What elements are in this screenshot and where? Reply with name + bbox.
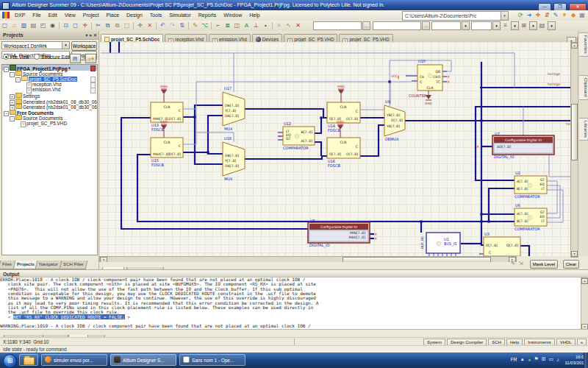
address-input[interactable]: C:\Users\Altium-2\Documents\Prc — [402, 11, 501, 21]
tree-item-3[interactable]: Vreception.Vhd — [2, 82, 97, 88]
tree-item-7[interactable]: +Generated (nb2dsk01_08_db30_06 — [2, 104, 97, 110]
delete-icon[interactable]: ✕ — [293, 21, 303, 30]
schematic-canvas[interactable]: CLRCMIN[7..0]D[7..0]U13FDSCBCLRCMAX[7..0… — [99, 42, 570, 256]
edit-icon[interactable]: ✎ — [551, 11, 560, 19]
annotate-icon[interactable]: ✎ — [509, 260, 517, 267]
workspace-dropdown-icon[interactable]: ▾ — [62, 42, 69, 49]
side-tab-libraries[interactable]: Libraries — [579, 118, 588, 141]
grid-menu-button-drop[interactable]: ▾ — [529, 21, 537, 30]
wire[interactable] — [245, 109, 327, 118]
wire[interactable] — [183, 116, 223, 152]
zoom-fit-icon[interactable]: ⊡ — [61, 21, 71, 30]
network-status-icon[interactable]: ● — [528, 357, 531, 362]
align-menu-button[interactable]: ≡ — [501, 21, 510, 30]
copy-icon[interactable]: ⧉ — [103, 21, 112, 30]
start-button[interactable]: ⊞ — [3, 354, 17, 368]
workspace-combo[interactable]: Workspace1.DsnWrk▾ — [1, 41, 70, 49]
windows-update-icon[interactable]: ⊞ — [542, 356, 546, 362]
help-cursor-icon[interactable]: ➴ — [284, 21, 293, 30]
folder-menu-button[interactable]: ▱▾ — [85, 54, 96, 63]
close-button[interactable]: ✕ — [569, 3, 587, 10]
tree-item-4[interactable]: Vemission.Vhd — [2, 87, 97, 93]
tree-item-6[interactable]: +Generated (nb2dsk01_08_db30_06 — [2, 99, 97, 105]
units-menu-button-drop[interactable]: ▾ — [548, 21, 556, 30]
browse-forward-icon[interactable]: ➜ — [525, 11, 534, 19]
menu-place[interactable]: Place — [103, 10, 123, 20]
projects-tree[interactable]: -FPGA_Project1.PrjFpg *-Source Documents… — [1, 64, 98, 255]
scroll-up-icon[interactable]: ▴ — [571, 43, 578, 49]
title-bar[interactable]: Altium Designer Summer 09 - C:\Users\Alt… — [0, 0, 588, 10]
wire-tool-icon[interactable]: ⌐ — [213, 21, 223, 30]
wire[interactable] — [547, 185, 560, 218]
tree-item-1[interactable]: -Source Documents — [2, 71, 97, 77]
address-dropdown-icon[interactable]: ▾ — [501, 11, 509, 21]
wire[interactable] — [208, 152, 223, 154]
structure-editor-radio[interactable] — [34, 54, 40, 60]
minimize-button[interactable]: — — [538, 3, 551, 10]
tree-item-2[interactable]: -projet_SC_P5.SchDoc — [2, 76, 97, 82]
add-icon[interactable]: ✚ — [534, 11, 542, 19]
wire[interactable] — [481, 62, 484, 245]
refresh-icon[interactable]: ⟳ — [516, 11, 525, 19]
pin-icon[interactable]: ⌖ — [90, 33, 92, 38]
save-icon[interactable]: ▥ — [19, 21, 29, 30]
wire[interactable] — [245, 156, 327, 159]
wire[interactable] — [360, 125, 384, 156]
taskbar-button-writer[interactable]: Sans nom 1 - Ope... — [179, 354, 245, 366]
side-tab-favorites[interactable]: Favorites — [579, 32, 588, 57]
panel-tab-sch-filter[interactable]: SCH Filter — [60, 261, 87, 269]
grid-toggle-icon[interactable]: ⌗ — [274, 21, 284, 30]
menu-file[interactable]: File — [29, 10, 44, 20]
mask-level-button[interactable]: Mask Level — [530, 260, 558, 269]
menu-edit[interactable]: Edit — [45, 10, 61, 20]
favorites-icon[interactable]: ◆ — [569, 11, 578, 19]
flag-icon[interactable]: ⚑ — [534, 356, 538, 362]
maximize-button[interactable]: ❐ — [553, 3, 567, 10]
toolbar-combo-0[interactable] — [313, 21, 362, 30]
download-icon[interactable]: ▼ — [560, 11, 569, 19]
volume-icon[interactable]: ♪ — [556, 357, 559, 362]
wire[interactable] — [547, 190, 563, 222]
dxp-icon[interactable] — [2, 12, 10, 18]
wire[interactable] — [489, 188, 514, 222]
menu-dxp[interactable]: DXP — [11, 10, 29, 20]
menu-help[interactable]: Help — [245, 10, 263, 20]
toolbar-small-combo-1[interactable] — [471, 21, 492, 30]
projects-panel-header[interactable]: Projects▾⌖✕ — [0, 31, 98, 40]
wire[interactable] — [315, 142, 321, 156]
wire[interactable] — [520, 246, 529, 256]
net-label-icon[interactable]: A — [242, 21, 251, 30]
print-preview-icon[interactable]: ◰ — [38, 21, 48, 30]
tree-item-10[interactable]: Vprojet_SC_P5.VHD — [2, 121, 97, 127]
toolbar-small-drop-0[interactable]: ▾ — [462, 21, 470, 30]
workspace-button[interactable]: Workspace — [71, 41, 97, 51]
taskbar-button-firefox[interactable]: simuler envoi por... — [41, 354, 107, 366]
scroll-down-icon[interactable]: ▾ — [571, 251, 578, 257]
output-console[interactable]: ERROR:Place:1018 - A clock IOB / clock c… — [0, 277, 588, 329]
redo-icon[interactable]: ↷ — [168, 21, 177, 30]
menu-reports[interactable]: Reports — [195, 10, 220, 20]
explorer-taskbar-button[interactable] — [19, 354, 38, 366]
panel-tab-projects[interactable]: Projects — [12, 261, 37, 269]
new-document-icon[interactable]: ▢ — [0, 21, 10, 30]
chevron-down-icon[interactable]: ▾ — [86, 33, 88, 38]
toolbar-ellipsis-button-1[interactable]: … — [422, 21, 430, 30]
toolbar-ellipsis-button-0[interactable]: … — [362, 21, 370, 30]
menu-design[interactable]: Design — [123, 10, 146, 20]
units-menu-button[interactable]: ▤ — [537, 21, 547, 30]
paste-icon[interactable]: ⧉ — [112, 21, 122, 30]
tree-item-9[interactable]: -Source Documents — [2, 115, 97, 121]
tree-item-8[interactable]: -Free Documents — [2, 110, 97, 116]
display-icon[interactable]: ▭ — [549, 356, 554, 362]
jump-icon[interactable]: ⇲ — [517, 260, 525, 267]
cross-probe-icon[interactable]: ✛ — [80, 21, 90, 30]
move-icon[interactable]: ✛ — [135, 21, 145, 30]
sheet-icon-button[interactable]: ▤ — [70, 54, 81, 63]
menu-tools[interactable]: Tools — [146, 10, 165, 20]
output-panel-header[interactable]: Output — [0, 269, 588, 277]
wire[interactable] — [547, 181, 557, 213]
output-scrollbar[interactable]: ▴ ▾ — [581, 277, 588, 330]
menu-simulator[interactable]: Simulator — [165, 10, 195, 20]
pencil-icon[interactable]: ✎ — [190, 21, 200, 30]
open-document-icon[interactable]: ▱ — [10, 21, 19, 30]
